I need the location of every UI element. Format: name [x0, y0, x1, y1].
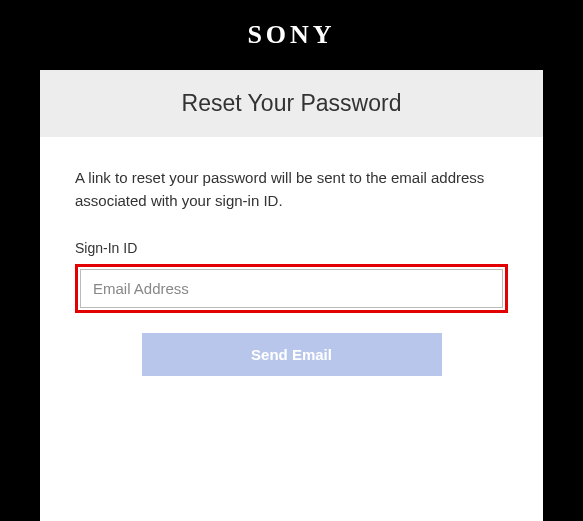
sony-logo: SONY: [247, 20, 335, 50]
signin-id-label: Sign-In ID: [75, 240, 508, 256]
title-bar: Reset Your Password: [40, 70, 543, 137]
header-bar: SONY: [40, 0, 543, 70]
page-container: SONY Reset Your Password A link to reset…: [40, 0, 543, 521]
description-text: A link to reset your password will be se…: [75, 167, 508, 212]
send-email-button[interactable]: Send Email: [142, 333, 442, 376]
email-field[interactable]: [80, 269, 503, 308]
page-title: Reset Your Password: [40, 90, 543, 117]
button-row: Send Email: [75, 333, 508, 376]
content-area: A link to reset your password will be se…: [40, 137, 543, 406]
email-input-highlight: [75, 264, 508, 313]
